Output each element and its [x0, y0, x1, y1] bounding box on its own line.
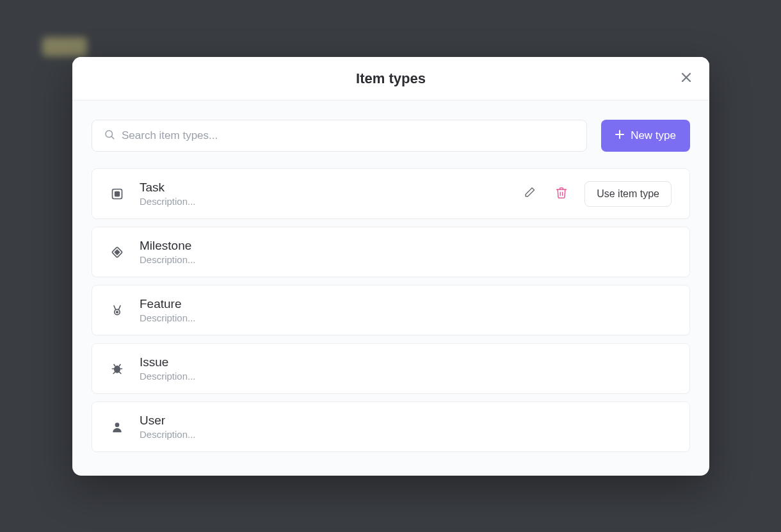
item-description: Description... [140, 429, 672, 440]
svg-point-11 [117, 311, 118, 313]
item-text: Task Description... [140, 181, 505, 207]
item-name: Issue [140, 355, 672, 369]
modal-title: Item types [356, 70, 426, 87]
toolbar: New type [92, 120, 690, 152]
item-description: Description... [140, 196, 505, 207]
new-type-label: New type [631, 129, 676, 142]
item-text: User Description... [140, 414, 672, 440]
item-actions: Use item type [520, 181, 672, 207]
item-type-row[interactable]: Milestone Description... [92, 227, 690, 277]
svg-line-3 [111, 136, 114, 139]
item-type-row[interactable]: User Description... [92, 401, 690, 452]
edit-button[interactable] [520, 184, 538, 204]
item-type-row[interactable]: Task Description... [92, 168, 690, 219]
item-name: Feature [140, 297, 672, 311]
user-icon [110, 420, 124, 434]
use-item-type-button[interactable]: Use item type [584, 181, 672, 207]
search-field-wrap[interactable] [92, 120, 587, 152]
square-icon [110, 187, 124, 201]
diamond-icon [110, 245, 124, 259]
search-icon [104, 129, 115, 143]
item-types-modal: Item types [72, 57, 709, 476]
pencil-icon [523, 186, 536, 201]
medal-icon [110, 303, 124, 318]
close-button[interactable] [677, 70, 695, 88]
delete-button[interactable] [552, 184, 570, 204]
item-type-row[interactable]: Feature Description... [92, 285, 690, 335]
item-description: Description... [140, 371, 672, 382]
item-name: Milestone [140, 239, 672, 253]
modal-backdrop: Item types [0, 0, 781, 532]
item-text: Feature Description... [140, 297, 672, 323]
item-description: Description... [140, 312, 672, 323]
item-name: Task [140, 181, 505, 195]
item-types-list: Task Description... [92, 168, 690, 452]
bug-icon [110, 362, 124, 376]
svg-rect-9 [115, 250, 119, 254]
svg-point-13 [115, 423, 120, 427]
item-text: Milestone Description... [140, 239, 672, 265]
trash-icon [555, 186, 568, 201]
item-name: User [140, 414, 672, 428]
search-input[interactable] [122, 129, 575, 142]
plus-icon [615, 129, 624, 142]
modal-header: Item types [72, 57, 709, 101]
svg-rect-7 [115, 191, 120, 196]
modal-body: New type Task Description... [72, 101, 709, 476]
close-icon [680, 71, 693, 86]
item-text: Issue Description... [140, 355, 672, 382]
item-type-row[interactable]: Issue Description... [92, 343, 690, 394]
item-description: Description... [140, 254, 672, 265]
new-type-button[interactable]: New type [601, 120, 690, 152]
